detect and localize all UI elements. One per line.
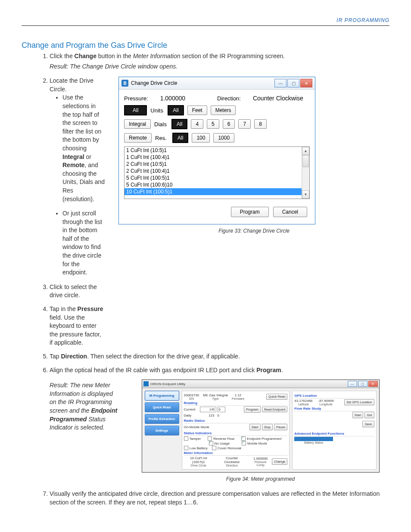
flow-get-button[interactable]: Get xyxy=(364,412,374,418)
tamper-checkbox[interactable] xyxy=(184,436,188,441)
step2-sublist: Use the selections in the top half of th… xyxy=(50,93,106,277)
gps-lon-label: Longitude xyxy=(318,403,334,406)
nav-settings[interactable]: Settings xyxy=(145,426,179,436)
read-endpoint-button[interactable]: Read Endpoint xyxy=(262,407,288,413)
no-usage-checkbox[interactable] xyxy=(209,441,213,445)
minimize-button[interactable]: — xyxy=(274,79,286,87)
step1-result: Result: The Change Drive Circle window o… xyxy=(50,62,389,71)
figure33-caption: Figure 33: Change Drive Circle xyxy=(118,228,389,234)
gps-lon: -87.90909 xyxy=(318,399,334,403)
dials-4-button[interactable]: 4 xyxy=(191,119,203,129)
right-pane: GPS Location 43.1762466Latitude -87.9090… xyxy=(292,391,376,470)
low-battery-label: Low Battery xyxy=(190,446,208,450)
res-all-button[interactable]: All xyxy=(172,133,188,143)
reading-current-value2[interactable]: 0 xyxy=(218,407,225,412)
set-gps-button[interactable]: Set GPS Location xyxy=(344,399,374,405)
dials-8-button[interactable]: 8 xyxy=(254,119,267,129)
step1-italic: Meter Information xyxy=(133,53,181,59)
dials-7-button[interactable]: 7 xyxy=(238,119,251,129)
radio-pause-button[interactable]: Pause xyxy=(274,424,287,430)
scroll-down-icon[interactable]: ▼ xyxy=(302,190,309,199)
orion-titlebar[interactable]: ORION Endpoint Utility — ▢ ✕ xyxy=(142,380,379,388)
reading-daily-value: 123 xyxy=(200,413,215,418)
step1-mid: button in the xyxy=(97,53,133,59)
instruction-list-contd: Locate the Drive Circle. Use the selecti… xyxy=(22,77,106,347)
radio-title: Radio Status xyxy=(184,419,288,423)
pressure-comp-label: Pressure Comp xyxy=(250,460,271,467)
change-button[interactable]: Change xyxy=(272,458,287,465)
reading-title: Reading xyxy=(184,401,288,406)
orion-sidebar: IR Programming Quick Read Profile Extrac… xyxy=(145,391,179,470)
type-value: ME Gas Integral xyxy=(203,393,228,397)
step1-pre: Click the xyxy=(50,53,75,59)
mobile-mode-checkbox[interactable] xyxy=(242,441,246,445)
radio-stop-button[interactable]: Stop xyxy=(262,424,273,430)
minimize-button[interactable]: — xyxy=(348,381,357,387)
gps-lat-label: Latitude xyxy=(294,403,312,406)
scroll-up-icon[interactable]: ▲ xyxy=(302,147,309,155)
s2b1-b2: Remote xyxy=(62,162,84,168)
program-button[interactable]: Program xyxy=(231,207,269,217)
program-button[interactable]: Program xyxy=(244,406,261,413)
flow-save-button[interactable]: Save xyxy=(362,421,374,427)
remote-button[interactable]: Remote xyxy=(124,133,152,143)
orion-window-title: ORION Endpoint Utility xyxy=(150,382,186,386)
list-item[interactable]: 2 CuFt Int (10:5)1 xyxy=(125,161,309,168)
gps-lat: 43.1762466 xyxy=(294,399,312,403)
flow-start-button[interactable]: Start xyxy=(352,412,364,418)
maximize-button[interactable]: ▢ xyxy=(287,79,299,87)
instruction-list-after: Tap Direction. Then select the direction… xyxy=(22,352,389,374)
dials-6-button[interactable]: 6 xyxy=(223,119,235,129)
s2b1-b1: Integral xyxy=(62,153,84,160)
list-item[interactable]: 5 CuFt Int (100:6)10 xyxy=(125,181,309,188)
feet-all-button[interactable]: All xyxy=(168,105,184,115)
list-item[interactable]: 1 CuFt Int (10:5)1 xyxy=(125,147,309,154)
s6-bold: Program xyxy=(256,367,281,373)
scroll-thumb[interactable] xyxy=(302,155,309,167)
battery-status-label: Battery Status xyxy=(294,441,333,444)
pressure-value[interactable]: 1.000000 xyxy=(160,95,185,102)
window-controls: — ▢ ✕ xyxy=(274,79,312,87)
cancel-button[interactable]: Cancel xyxy=(273,207,307,217)
listbox-scrollbar[interactable]: ▲ ▼ xyxy=(302,147,309,199)
step2-bullet2: Or just scroll through the list in the b… xyxy=(62,209,106,277)
reading-current-value[interactable]: 145 xyxy=(200,407,216,412)
dials-all-button[interactable]: All xyxy=(171,119,187,129)
list-item[interactable]: 5 CuFt Int (100:5)1 xyxy=(125,174,309,181)
integral-button[interactable]: Integral xyxy=(124,119,151,129)
gps-title: GPS Location xyxy=(294,394,374,398)
radio-start-button[interactable]: Start xyxy=(249,424,261,430)
list-item[interactable]: 1 CuFt Int (100:4)1 xyxy=(125,154,309,161)
units-all-button[interactable]: All xyxy=(124,105,147,115)
endpoint-programmed-label: Endpoint Programmed xyxy=(247,437,281,441)
pressure-label: Pressure: xyxy=(124,95,148,102)
status-title: Status Indicators xyxy=(184,431,288,436)
nav-quick-read[interactable]: Quick Read xyxy=(145,402,179,412)
close-button[interactable]: ✕ xyxy=(300,79,312,87)
nav-ir-programming[interactable]: IR Programming xyxy=(145,391,179,401)
fw-label: Firmware xyxy=(232,397,244,400)
tamper-label: Tamper xyxy=(190,437,201,441)
list-item-selected[interactable]: 10 CuFt Int (100:5)1 xyxy=(125,188,309,195)
dials-5-button[interactable]: 5 xyxy=(207,119,219,129)
res-100-button[interactable]: 100 xyxy=(192,133,210,143)
radio-mode: On-Mobile Mode xyxy=(184,425,209,429)
meters-button[interactable]: Meters xyxy=(211,106,236,115)
window-titlebar[interactable]: B Change Drive Circle — ▢ ✕ xyxy=(119,77,315,90)
low-battery-checkbox[interactable] xyxy=(184,446,188,450)
feet-button[interactable]: Feet xyxy=(187,106,207,115)
instruction-list: Click the Change button in the Meter Inf… xyxy=(22,52,389,71)
s6-pre: Align the optical head of the IR cable w… xyxy=(50,367,256,373)
cover-removal-checkbox[interactable] xyxy=(212,446,216,450)
nav-profile-extraction[interactable]: Profile Extraction xyxy=(145,414,179,424)
drive-circle-listbox[interactable]: 1 CuFt Int (10:5)1 1 CuFt Int (100:4)1 2… xyxy=(124,146,310,199)
res-1000-button[interactable]: 1000 xyxy=(213,133,234,143)
drive-circle-value: 10 CuFt Int (100:5)1 xyxy=(184,456,214,464)
advanced-progress-bar xyxy=(294,437,333,441)
direction-label: Direction xyxy=(218,464,246,467)
quick-read-button[interactable]: Quick Read xyxy=(266,394,287,400)
direction-value[interactable]: Counter Clockwise xyxy=(253,95,303,102)
close-button[interactable]: ✕ xyxy=(368,381,378,387)
list-item[interactable]: 2 CuFt Int (100:4)1 xyxy=(125,168,309,174)
maximize-button[interactable]: ▢ xyxy=(358,381,367,387)
